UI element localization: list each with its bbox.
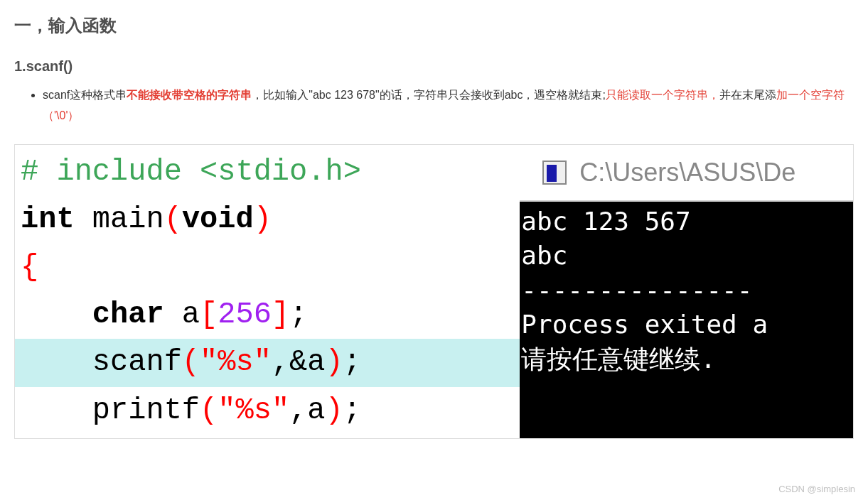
console-line: Process exited a (521, 308, 847, 342)
console-title: C:\Users\ASUS\De (579, 158, 795, 188)
preproc: include <stdio.h> (56, 155, 360, 189)
text: 并在末尾添 (719, 89, 776, 101)
console-icon (542, 161, 567, 185)
number: 256 (218, 298, 272, 332)
bracket: ] (272, 298, 289, 332)
semicolon: ; (343, 393, 361, 428)
preproc: # (21, 155, 56, 189)
args: ,&a (272, 345, 326, 379)
code-line: printf("%s",a); (15, 387, 520, 435)
identifier: a (164, 298, 200, 332)
console-line: abc 123 567 (521, 205, 847, 239)
console-body: abc 123 567 abc --------------- Process … (520, 202, 853, 438)
code-panel: # include <stdio.h> int main(void) { cha… (15, 145, 520, 438)
text: ，比如输入"abc 123 678"的话，字符串只会接收到abc，遇空格就结束; (252, 89, 606, 101)
text-red: 只能读取一个字符串， (606, 89, 719, 101)
text: scanf这种格式串 (43, 89, 127, 101)
semicolon: ; (289, 298, 307, 332)
code-line: # include <stdio.h> (15, 148, 520, 196)
code-line: { (15, 244, 520, 291)
paren: ) (254, 202, 272, 237)
console-line: 请按任意键继续. (521, 342, 847, 377)
indent (21, 298, 92, 332)
keyword: char (92, 298, 164, 332)
section-title: 一，输入函数 (14, 14, 854, 37)
paren: ) (326, 393, 343, 428)
text-bold-red: 不能接收带空格的字符串 (127, 89, 252, 101)
paren: ( (200, 393, 218, 428)
keyword: int (21, 202, 75, 237)
code-line-highlighted: scanf("%s",&a); (15, 339, 520, 386)
identifier: main (75, 202, 164, 237)
console-line: --------------- (521, 273, 847, 308)
code-line: int main(void) (15, 196, 520, 244)
indent (21, 345, 92, 379)
identifier: scanf (92, 345, 182, 379)
console-panel: C:\Users\ASUS\De abc 123 567 abc -------… (520, 145, 853, 438)
args: ,a (289, 393, 325, 428)
paren: ( (164, 202, 182, 237)
watermark: CSDN @simplesin (778, 484, 855, 494)
string: "%s" (200, 345, 272, 379)
sub-title: 1.scanf() (14, 58, 854, 75)
bullet-list: scanf这种格式串不能接收带空格的字符串，比如输入"abc 123 678"的… (14, 85, 854, 126)
keyword: void (182, 202, 254, 237)
brace: { (21, 250, 38, 284)
semicolon: ; (343, 345, 361, 379)
console-titlebar: C:\Users\ASUS\De (520, 145, 853, 202)
string: "%s" (218, 393, 289, 428)
code-line: char a[256]; (15, 291, 520, 339)
example-figure: # include <stdio.h> int main(void) { cha… (14, 144, 854, 439)
identifier: printf (92, 393, 200, 428)
list-item: scanf这种格式串不能接收带空格的字符串，比如输入"abc 123 678"的… (43, 85, 854, 126)
paren: ( (182, 345, 200, 379)
console-line: abc (521, 239, 847, 273)
indent (21, 393, 92, 428)
paren: ) (326, 345, 343, 379)
bracket: [ (200, 298, 218, 332)
